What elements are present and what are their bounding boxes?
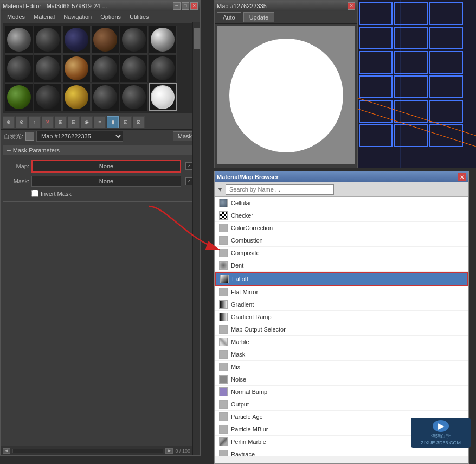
browser-item[interactable]: Mix (215, 361, 468, 373)
map-preview-close[interactable]: ✕ (348, 2, 355, 10)
browser-item[interactable]: Falloff (215, 272, 468, 286)
sphere-cell-17[interactable] (149, 83, 177, 111)
tool-misc1[interactable]: ⊡ (120, 116, 132, 128)
tool-active[interactable]: ▮ (107, 116, 119, 128)
bottom-scrollbar: ◄ ► 0 / 100 (1, 446, 192, 455)
scroll-position: 0 / 100 (175, 448, 190, 454)
scroll-left-button[interactable]: ◄ (3, 448, 10, 454)
sphere-cell-15[interactable] (91, 83, 119, 111)
funnel-icon: ▼ (217, 186, 223, 193)
item-icon (219, 313, 228, 321)
main-toolbar: ⊕ ⊗ ↑ ✕ ⊞ ⊟ ◉ ≡ ▮ ⊡ ⊠ (1, 115, 200, 130)
sphere-cell-11[interactable] (149, 54, 177, 82)
tool-render[interactable]: ◉ (81, 116, 93, 128)
browser-search-input[interactable] (226, 184, 334, 195)
browser-item[interactable]: Raytrace (215, 448, 468, 456)
browser-item[interactable]: Marble (215, 336, 468, 348)
restore-button[interactable]: □ (182, 2, 189, 10)
item-icon (219, 249, 228, 257)
scroll-thumb[interactable] (194, 28, 200, 49)
material-editor-window: Material Editor - Mat3d66-579819-24-... … (0, 0, 201, 456)
svg-rect-0 (357, 0, 476, 168)
sphere-cell-4[interactable] (120, 26, 148, 54)
watermark: ▶ 溜溜自学 ZIXUE.3D66.COM (411, 418, 471, 448)
sphere-cell-2[interactable] (62, 26, 91, 54)
sphere-cell-1[interactable] (34, 26, 62, 54)
browser-close-button[interactable]: ✕ (458, 173, 466, 181)
tab-auto[interactable]: Auto (217, 12, 241, 22)
tool-paste[interactable]: ⊟ (68, 116, 80, 128)
item-icon (219, 450, 228, 456)
item-icon (219, 325, 228, 334)
map-field[interactable] (33, 161, 180, 171)
invert-mask-checkbox[interactable] (31, 190, 38, 197)
browser-item[interactable]: Cellular (215, 197, 468, 209)
tool-delete[interactable]: ✕ (42, 116, 54, 128)
browser-item[interactable]: Composite (215, 247, 468, 259)
tab-update[interactable]: Update (243, 12, 274, 22)
item-icon (219, 261, 228, 270)
sphere-cell-9[interactable] (91, 54, 119, 82)
browser-item[interactable]: Combustion (215, 234, 468, 247)
sphere-cell-10[interactable] (120, 54, 148, 82)
tool-select[interactable]: ↑ (29, 116, 41, 128)
map-label-row: 自发光: Map #1276222335 Mask (1, 130, 200, 143)
item-label: Falloff (232, 276, 248, 282)
self-luminance-label: 自发光: (4, 132, 23, 141)
item-label: Checker (231, 212, 253, 219)
sphere-cell-12[interactable] (5, 83, 33, 111)
close-button[interactable]: ✕ (190, 2, 198, 10)
sphere-cell-8[interactable] (62, 54, 91, 82)
map-dropdown[interactable]: Map #1276222335 (36, 131, 123, 142)
tool-copy[interactable]: ⊞ (55, 116, 67, 128)
tool-get-material[interactable]: ⊕ (3, 116, 15, 128)
menu-options[interactable]: Options (96, 12, 125, 21)
item-label: ColorCorrection (231, 225, 273, 231)
menu-utilities[interactable]: Utilities (125, 12, 153, 21)
map-checkbox[interactable]: ✓ (185, 162, 193, 170)
item-label: Raytrace (231, 451, 255, 456)
item-label: Perlin Marble (231, 438, 266, 445)
browser-item[interactable]: Gradient Ramp (215, 311, 468, 323)
sphere-cell-3[interactable] (91, 26, 119, 54)
material-editor-title: Material Editor - Mat3d66-579819-24-... (3, 3, 107, 9)
watermark-site: 溜溜自学 (431, 433, 451, 440)
map-preview-window: Map #1276222335 ✕ Auto Update (214, 0, 358, 168)
panel-collapse-icon[interactable]: ─ (7, 147, 11, 154)
watermark-url: ZIXUE.3D66.COM (421, 440, 461, 446)
sphere-cell-14[interactable] (62, 83, 91, 111)
browser-item[interactable]: Normal Bump (215, 386, 468, 398)
scroll-right-button[interactable]: ► (165, 448, 173, 454)
browser-item[interactable]: Checker (215, 209, 468, 222)
mask-field[interactable] (31, 176, 181, 187)
panel-header: ─ Mask Parameters (3, 145, 197, 155)
watermark-icon: ▶ (433, 420, 449, 432)
mask-checkbox[interactable]: ✓ (185, 177, 193, 185)
browser-item[interactable]: Output (215, 398, 468, 411)
browser-item[interactable]: Map Output Selector (215, 323, 468, 336)
mask-param-row: Mask: ✓ (8, 176, 193, 187)
menu-material[interactable]: Material (29, 12, 59, 21)
sphere-cell-6[interactable] (5, 54, 33, 82)
browser-item[interactable]: Mask (215, 348, 468, 361)
item-icon (219, 425, 228, 434)
browser-item[interactable]: Dent (215, 259, 468, 272)
minimize-button[interactable]: ─ (173, 2, 181, 10)
tool-misc2[interactable]: ⊠ (133, 116, 145, 128)
sphere-cell-0[interactable] (5, 26, 33, 54)
browser-item[interactable]: ColorCorrection (215, 222, 468, 234)
menu-navigation[interactable]: Navigation (59, 12, 96, 21)
eyedropper-icon[interactable] (25, 132, 34, 141)
sphere-cell-13[interactable] (34, 83, 62, 111)
browser-item[interactable]: Gradient (215, 298, 468, 311)
sphere-cell-16[interactable] (120, 83, 148, 111)
browser-item[interactable]: Noise (215, 373, 468, 386)
item-label: Gradient Ramp (231, 314, 272, 320)
sphere-cell-7[interactable] (34, 54, 62, 82)
tool-put-material[interactable]: ⊗ (16, 116, 28, 128)
sphere-cell-5[interactable] (149, 26, 177, 54)
tool-options[interactable]: ≡ (94, 116, 106, 128)
menu-modes[interactable]: Modes (3, 12, 29, 21)
browser-item[interactable]: Flat Mirror (215, 286, 468, 298)
material-editor-titlebar: Material Editor - Mat3d66-579819-24-... … (1, 1, 200, 11)
